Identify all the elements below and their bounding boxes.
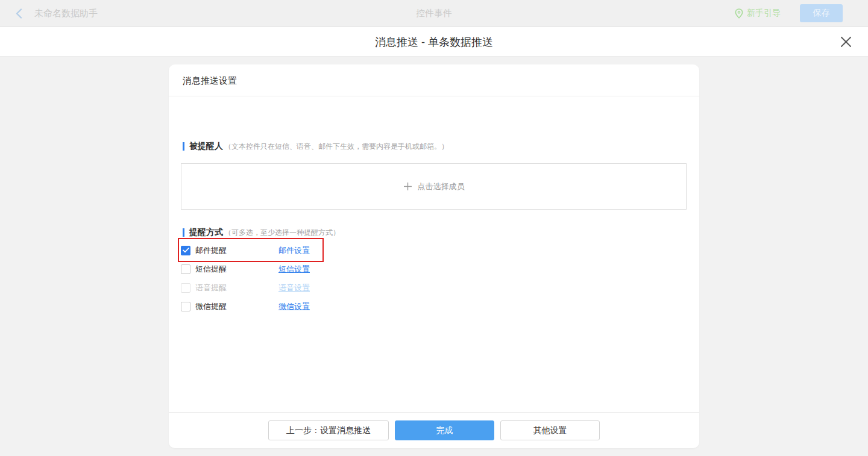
recipient-section-header: 被提醒人 （文本控件只在短信、语音、邮件下生效，需要内容是手机或邮箱。）: [183, 141, 448, 152]
checkbox-voice: [181, 283, 190, 293]
prev-step-button[interactable]: 上一步：设置消息推送: [268, 420, 389, 440]
section-accent-bar: [183, 228, 184, 237]
remind-label: 提醒方式: [189, 227, 223, 238]
plus-icon: [403, 182, 412, 191]
settings-card: 消息推送设置 被提醒人 （文本控件只在短信、语音、邮件下生效，需要内容是手机或邮…: [169, 64, 699, 448]
email-settings-link[interactable]: 邮件设置: [278, 245, 310, 256]
back-chevron-icon[interactable]: [16, 8, 22, 19]
save-button[interactable]: 保存: [800, 4, 843, 22]
option-label: 微信提醒: [195, 301, 278, 312]
remind-note: （可多选，至少选择一种提醒方式）: [224, 228, 340, 238]
option-row-sms: 短信提醒 短信设置: [181, 260, 555, 278]
option-label: 语音提醒: [195, 283, 278, 293]
card-header: 消息推送设置: [169, 64, 699, 96]
remind-section-header: 提醒方式 （可多选，至少选择一种提醒方式）: [183, 227, 340, 238]
recipient-note: （文本控件只在短信、语音、邮件下生效，需要内容是手机或邮箱。）: [224, 142, 448, 152]
voice-settings-link: 语音设置: [278, 283, 310, 293]
beginner-guide-link[interactable]: 新手引导: [735, 8, 781, 19]
modal-title: 消息推送 - 单条数据推送: [0, 27, 868, 57]
done-button[interactable]: 完成: [395, 420, 494, 440]
app-title: 未命名数据助手: [34, 8, 98, 19]
sms-settings-link[interactable]: 短信设置: [278, 264, 310, 275]
close-icon[interactable]: [838, 34, 854, 49]
picker-placeholder: 点击选择成员: [418, 181, 465, 192]
option-label: 邮件提醒: [195, 245, 278, 256]
option-row-email: 邮件提醒 邮件设置: [181, 241, 555, 260]
remind-options-list: 邮件提醒 邮件设置 短信提醒 短信设置 语音提醒 语音设置: [181, 241, 555, 316]
checkbox-wechat[interactable]: [181, 302, 190, 311]
location-pin-icon: [735, 8, 743, 19]
other-settings-button[interactable]: 其他设置: [500, 420, 600, 440]
card-footer: 上一步：设置消息推送 完成 其他设置: [169, 412, 699, 448]
section-accent-bar: [183, 142, 184, 151]
checkbox-sms[interactable]: [181, 264, 190, 274]
wechat-settings-link[interactable]: 微信设置: [278, 301, 310, 312]
modal-header: 消息推送 - 单条数据推送: [0, 27, 868, 57]
recipient-label: 被提醒人: [189, 141, 223, 152]
select-member-box[interactable]: 点击选择成员: [181, 163, 687, 210]
option-row-voice: 语音提醒 语音设置: [181, 278, 555, 297]
topbar: 未命名数据助手 控件事件 新手引导 保存: [0, 0, 868, 27]
guide-label: 新手引导: [747, 8, 781, 19]
option-label: 短信提醒: [195, 264, 278, 275]
option-row-wechat: 微信提醒 微信设置: [181, 297, 555, 316]
checkbox-email[interactable]: [181, 246, 190, 255]
modal-body: 消息推送设置 被提醒人 （文本控件只在短信、语音、邮件下生效，需要内容是手机或邮…: [0, 57, 868, 456]
